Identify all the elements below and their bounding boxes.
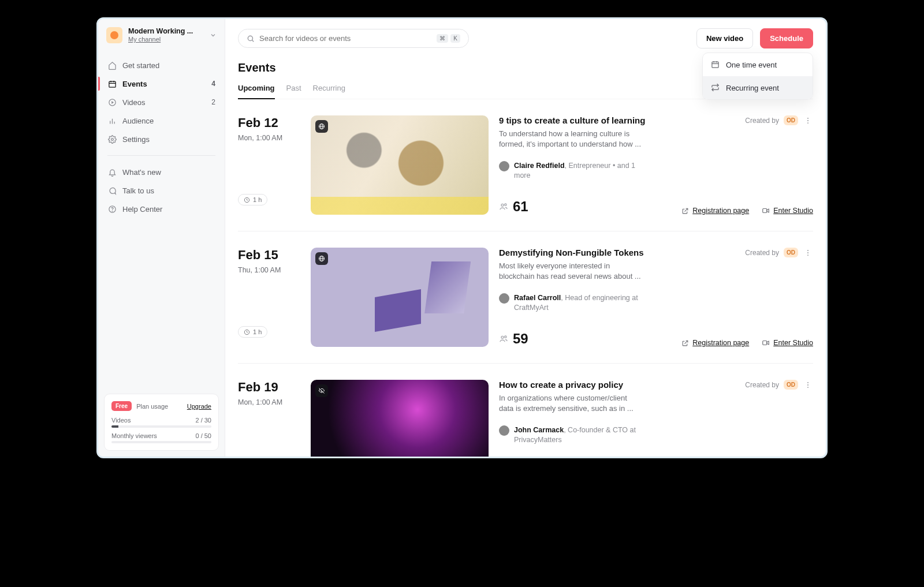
- event-row: Feb 19 Mon, 1:00 AM 1 h How to create a …: [238, 364, 813, 457]
- event-date: Feb 15: [238, 248, 300, 263]
- event-more-button[interactable]: [803, 117, 813, 125]
- registration-page-link[interactable]: Registration page: [681, 339, 749, 347]
- nav-label: Audience: [122, 117, 154, 125]
- event-thumbnail[interactable]: [311, 380, 489, 457]
- creator-badge: OD: [784, 115, 798, 125]
- svg-point-43: [807, 387, 808, 388]
- event-info: 9 tips to create a culture of learning C…: [499, 115, 813, 215]
- nav-settings[interactable]: Settings: [98, 130, 225, 148]
- plan-viewers-meter: [111, 441, 211, 443]
- new-video-button[interactable]: New video: [696, 28, 753, 48]
- event-more-button[interactable]: [803, 249, 813, 257]
- channel-subtitle[interactable]: My channel: [128, 36, 204, 43]
- nav-videos[interactable]: Videos 2: [98, 93, 225, 111]
- svg-point-26: [505, 204, 506, 205]
- svg-point-20: [321, 124, 323, 129]
- svg-point-34: [807, 252, 808, 253]
- enter-studio-link[interactable]: Enter Studio: [762, 339, 813, 347]
- app-window: Modern Working ... My channel Get starte…: [96, 17, 828, 458]
- event-description: To understand how a learning culture is …: [499, 129, 643, 149]
- plan-videos-meter: [111, 425, 211, 428]
- svg-point-22: [807, 117, 808, 118]
- svg-marker-39: [767, 341, 769, 345]
- svg-point-19: [319, 124, 325, 129]
- nav-get-started[interactable]: Get started: [98, 56, 225, 74]
- nav-count: 4: [211, 80, 215, 88]
- event-thumbnail[interactable]: [311, 115, 489, 215]
- svg-marker-28: [767, 209, 769, 212]
- repeat-icon: [711, 83, 720, 92]
- calendar-icon: [107, 79, 117, 88]
- event-more-button[interactable]: [803, 381, 813, 389]
- svg-point-9: [111, 138, 113, 140]
- channel-avatar: [106, 27, 122, 43]
- speaker-avatar: [499, 161, 509, 171]
- primary-nav: Get started Events 4 Videos 2 Audience S…: [98, 49, 225, 218]
- nav-label: Videos: [122, 98, 146, 107]
- svg-point-23: [807, 120, 808, 121]
- event-title[interactable]: How to create a privacy policy: [499, 380, 739, 390]
- event-thumbnail[interactable]: [311, 248, 489, 347]
- event-title[interactable]: Demystifying Non-Fungible Tokens: [499, 248, 739, 257]
- tab-upcoming[interactable]: Upcoming: [238, 80, 275, 99]
- svg-rect-38: [763, 341, 767, 345]
- sidebar: Modern Working ... My channel Get starte…: [98, 19, 225, 457]
- event-speaker: Rafael Carroll, Head of engineering at C…: [499, 293, 649, 312]
- event-daytime: Mon, 1:00 AM: [238, 398, 300, 406]
- plan-viewers-value: 0 / 50: [195, 432, 211, 439]
- tab-past[interactable]: Past: [286, 80, 301, 99]
- nav-label: Get started: [122, 61, 159, 70]
- nav-audience[interactable]: Audience: [98, 111, 225, 130]
- topbar: ⌘ K New video Schedule: [225, 19, 826, 54]
- gear-icon: [107, 134, 117, 144]
- plan-videos-value: 2 / 30: [195, 417, 211, 424]
- plan-usage-card: Free Plan usage Upgrade Videos 2 / 30 Mo…: [104, 394, 219, 451]
- channel-switcher[interactable]: Modern Working ... My channel: [98, 19, 225, 49]
- svg-point-24: [807, 122, 808, 124]
- nav-label: What's new: [122, 168, 161, 177]
- schedule-button[interactable]: Schedule: [760, 28, 813, 48]
- search-field[interactable]: [259, 34, 432, 43]
- event-duration: 1 h: [238, 194, 267, 205]
- event-date-column: Feb 12 Mon, 1:00 AM 1 h: [238, 115, 300, 215]
- event-title[interactable]: 9 tips to create a culture of learning: [499, 115, 739, 125]
- search-shortcut: ⌘ K: [437, 34, 460, 43]
- svg-point-12: [248, 36, 252, 40]
- tab-recurring[interactable]: Recurring: [313, 80, 345, 99]
- registration-page-link[interactable]: Registration page: [681, 207, 749, 215]
- svg-point-35: [807, 255, 808, 256]
- dropdown-one-time-event[interactable]: One time event: [703, 53, 813, 76]
- event-date: Feb 12: [238, 115, 300, 130]
- creator-badge: OD: [784, 248, 798, 257]
- creator-badge: OD: [784, 380, 798, 390]
- event-date-column: Feb 15 Thu, 1:00 AM 1 h: [238, 248, 300, 347]
- search-input[interactable]: ⌘ K: [238, 29, 469, 48]
- upgrade-link[interactable]: Upgrade: [187, 403, 211, 410]
- video-icon: [762, 339, 770, 347]
- event-description: Most likely everyone interested in block…: [499, 261, 643, 282]
- content-scroll[interactable]: Events Upcoming Past Recurring Feb 12 Mo…: [225, 54, 826, 457]
- nav-help-center[interactable]: Help Center: [98, 200, 225, 218]
- dropdown-recurring-event[interactable]: Recurring event: [703, 76, 813, 99]
- people-icon: [499, 334, 508, 343]
- enter-studio-link[interactable]: Enter Studio: [762, 207, 813, 215]
- svg-point-25: [501, 204, 504, 206]
- nav-label: Help Center: [122, 205, 162, 214]
- nav-talk-to-us[interactable]: Talk to us: [98, 181, 225, 200]
- nav-whats-new[interactable]: What's new: [98, 163, 225, 181]
- main-area: ⌘ K New video Schedule One time event Re…: [225, 19, 826, 457]
- svg-line-13: [252, 40, 254, 42]
- plan-videos-label: Videos: [111, 417, 131, 424]
- event-daytime: Mon, 1:00 AM: [238, 134, 300, 142]
- event-row: Feb 12 Mon, 1:00 AM 1 h 9 tips to create…: [238, 99, 813, 231]
- nav-count: 2: [211, 98, 215, 106]
- event-row: Feb 15 Thu, 1:00 AM 1 h Demystifying Non…: [238, 231, 813, 364]
- nav-events[interactable]: Events 4: [98, 74, 225, 93]
- plan-viewers-label: Monthly viewers: [111, 432, 157, 439]
- event-info: How to create a privacy policy Created b…: [499, 380, 813, 457]
- bar-chart-icon: [107, 116, 117, 125]
- nav-label: Settings: [122, 135, 150, 144]
- plan-badge: Free: [111, 401, 132, 411]
- event-speaker: Claire Redfield, Entrepreneur • and 1 mo…: [499, 161, 649, 180]
- chat-icon: [107, 186, 117, 195]
